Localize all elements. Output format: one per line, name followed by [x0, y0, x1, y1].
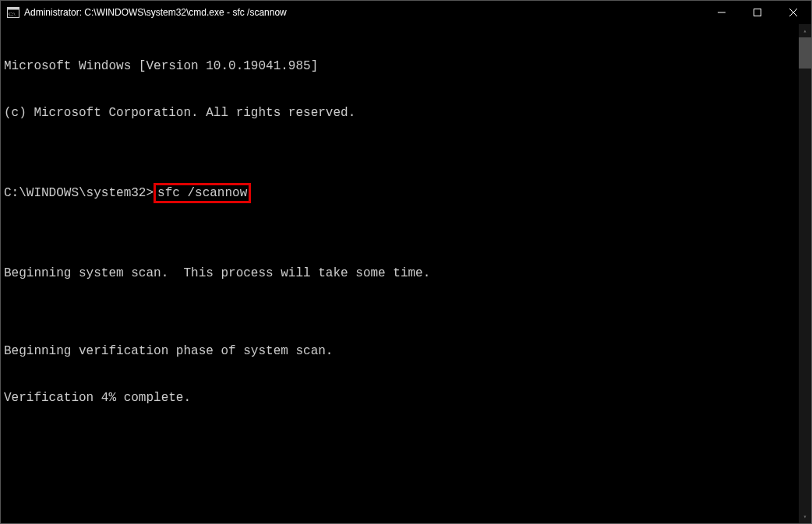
highlighted-command: sfc /scannow	[154, 183, 251, 203]
window-controls	[704, 1, 811, 24]
scroll-up-button[interactable]: ▴	[799, 24, 811, 37]
output-line: Beginning verification phase of system s…	[4, 343, 796, 359]
close-button[interactable]	[775, 1, 811, 24]
scroll-down-button[interactable]: ▾	[799, 510, 811, 523]
prompt-text: C:\WINDOWS\system32>	[4, 186, 154, 200]
vertical-scrollbar[interactable]: ▴ ▾	[799, 24, 811, 523]
maximize-button[interactable]	[740, 1, 775, 24]
svg-rect-4	[754, 9, 761, 16]
svg-text:C:\: C:\	[9, 11, 16, 17]
svg-rect-1	[8, 8, 19, 10]
titlebar[interactable]: C:\ Administrator: C:\WINDOWS\system32\c…	[1, 1, 811, 24]
scroll-thumb[interactable]	[799, 37, 811, 69]
content-wrapper: Microsoft Windows [Version 10.0.19041.98…	[1, 24, 811, 523]
minimize-button[interactable]	[704, 1, 740, 24]
output-line: Verification 4% complete.	[4, 390, 796, 406]
cmd-icon: C:\	[7, 6, 19, 19]
cmd-window: C:\ Administrator: C:\WINDOWS\system32\c…	[0, 0, 812, 524]
prompt-line: C:\WINDOWS\system32>sfc /scannow	[4, 183, 796, 203]
output-line: Beginning system scan. This process will…	[4, 266, 796, 281]
terminal-output[interactable]: Microsoft Windows [Version 10.0.19041.98…	[1, 24, 799, 523]
output-line: Microsoft Windows [Version 10.0.19041.98…	[4, 58, 796, 74]
output-line: (c) Microsoft Corporation. All rights re…	[4, 105, 796, 121]
window-title: Administrator: C:\WINDOWS\system32\cmd.e…	[24, 7, 704, 18]
